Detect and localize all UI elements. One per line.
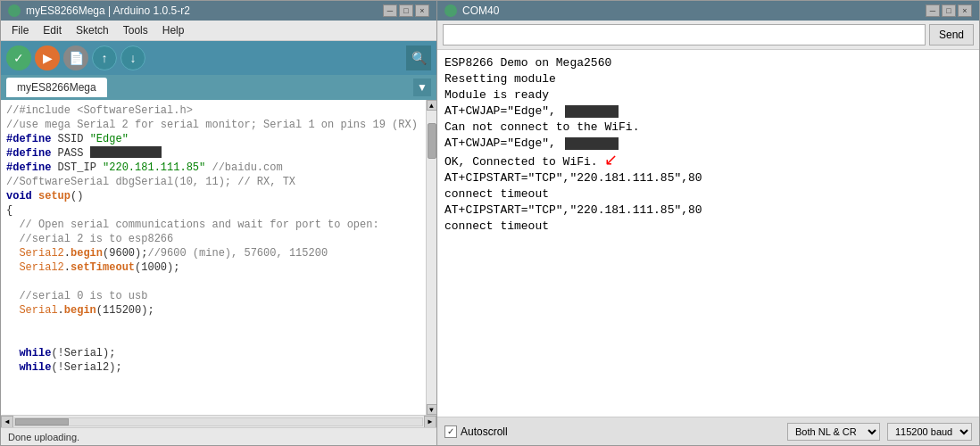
send-button[interactable]: Send — [929, 24, 974, 45]
code-line: Serial . begin (115200); — [1, 303, 426, 318]
scroll-thumb[interactable] — [15, 418, 69, 425]
line-ending-select[interactable]: Both NL & CR No line ending Newline Carr… — [787, 423, 880, 441]
code-line — [1, 332, 426, 346]
autoscroll-control: ✓ Autoscroll — [444, 425, 508, 438]
code-text: (!Serial2); — [51, 360, 121, 375]
search-button[interactable]: 🔍 — [406, 45, 431, 70]
code-line — [1, 318, 426, 332]
code-line: //SoftwareSerial dbgSerial(10, 11); // R… — [1, 175, 426, 189]
code-text: Serial — [6, 303, 58, 318]
menu-tools[interactable]: Tools — [116, 22, 155, 38]
serial-line: connect timeout — [444, 219, 972, 235]
scroll-up-arrow[interactable]: ▲ — [427, 100, 437, 111]
upload-button[interactable]: ▶ — [35, 45, 60, 70]
code-string: "Edge" — [90, 132, 129, 146]
code-text — [32, 189, 38, 203]
code-text: //serial 0 is to usb — [6, 289, 147, 303]
code-text — [6, 360, 19, 375]
new-button[interactable]: 📄 — [63, 45, 88, 70]
serial-icon — [444, 4, 457, 17]
code-line: void setup () — [1, 189, 426, 203]
arduino-close-button[interactable]: × — [415, 4, 429, 17]
menu-file[interactable]: File — [4, 22, 36, 38]
code-keyword: while — [19, 346, 51, 360]
code-text — [6, 275, 12, 289]
save-button[interactable]: ↓ — [120, 45, 145, 70]
scroll-right-arrow[interactable]: ▶ — [424, 416, 436, 428]
code-editor[interactable]: //#include <SoftwareSerial.h> //use mega… — [1, 100, 426, 415]
arduino-status-bar: Done uploading. — [1, 427, 436, 445]
scroll-track[interactable] — [14, 417, 423, 426]
code-comment: //9600 (mine), 57600, 115200 — [147, 246, 328, 260]
tab-dropdown-button[interactable]: ▼ — [413, 78, 431, 96]
arduino-win-controls: ─ □ × — [383, 4, 429, 17]
menu-edit[interactable]: Edit — [36, 22, 69, 38]
redacted-pass — [90, 146, 162, 158]
code-text: (115200); — [96, 303, 154, 318]
title-bar-left: myES8266Mega | Arduino 1.0.5-r2 — [8, 4, 190, 17]
arduino-title-bar: myES8266Mega | Arduino 1.0.5-r2 ─ □ × — [1, 1, 436, 21]
serial-line: Can not connect to the WiFi. — [444, 120, 972, 136]
serial-maximize-button[interactable]: □ — [942, 4, 956, 17]
serial-line: AT+CWJAP="Edge", — [444, 136, 972, 152]
menu-sketch[interactable]: Sketch — [69, 22, 116, 38]
serial-minimize-button[interactable]: ─ — [926, 4, 940, 17]
serial-line: ESP8266 Demo on Mega2560 — [444, 55, 972, 71]
menu-help[interactable]: Help — [155, 22, 192, 38]
baud-rate-select[interactable]: 115200 baud 300 baud 9600 baud 57600 bau… — [887, 423, 972, 441]
tab-myES8266Mega[interactable]: myES8266Mega — [6, 78, 107, 97]
serial-line: AT+CIPSTART="TCP","220.181.111.85",80 — [444, 170, 972, 186]
serial-line: connect timeout — [444, 186, 972, 202]
code-text: { — [6, 203, 12, 218]
code-text — [6, 318, 12, 332]
code-keyword: #define — [6, 132, 51, 146]
code-text: //serial 2 is to esp8266 — [6, 232, 173, 246]
serial-output-area: ESP8266 Demo on Mega2560 Resetting modul… — [437, 50, 979, 417]
vertical-scrollbar[interactable]: ▲ ▼ — [426, 100, 436, 415]
code-function: begin — [71, 246, 103, 260]
arduino-toolbar: ✓ ▶ 📄 ↑ ↓ 🔍 — [1, 41, 436, 75]
code-line: //serial 0 is to usb — [1, 289, 426, 303]
code-text: (1000); — [135, 260, 179, 275]
code-keyword: void — [6, 189, 32, 203]
autoscroll-label: Autoscroll — [461, 425, 508, 438]
code-text — [6, 332, 12, 346]
code-text — [6, 346, 19, 360]
code-line: while (!Serial2); — [1, 360, 426, 375]
arduino-minimize-button[interactable]: ─ — [383, 4, 397, 17]
code-line: #define DST_IP "220.181.111.85" //baidu.… — [1, 161, 426, 175]
redacted-block — [565, 137, 619, 150]
serial-close-button[interactable]: × — [958, 4, 972, 17]
code-line: while (!Serial); — [1, 346, 426, 360]
arduino-maximize-button[interactable]: □ — [399, 4, 413, 17]
serial-title-left: COM40 — [444, 4, 499, 17]
verify-button[interactable]: ✓ — [6, 45, 31, 70]
arduino-tab-bar: myES8266Mega ▼ — [1, 75, 436, 100]
code-text: () — [71, 189, 83, 203]
serial-line: AT+CIPSTART="TCP","220.181.111.85",80 — [444, 202, 972, 219]
code-line: Serial2 . setTimeout (1000); — [1, 260, 426, 275]
autoscroll-checkbox[interactable]: ✓ — [444, 425, 457, 438]
arduino-title: myES8266Mega | Arduino 1.0.5-r2 — [26, 4, 190, 17]
code-line: //#include <SoftwareSerial.h> — [1, 103, 426, 118]
code-function: begin — [64, 303, 96, 318]
code-keyword: #define — [6, 146, 51, 161]
open-button[interactable]: ↑ — [92, 45, 117, 70]
serial-bottom-bar: ✓ Autoscroll Both NL & CR No line ending… — [437, 417, 979, 445]
scroll-thumb[interactable] — [428, 123, 436, 159]
redacted-block — [565, 105, 619, 118]
code-text: //#include <SoftwareSerial.h> — [6, 103, 193, 118]
code-line: { — [1, 203, 426, 218]
arduino-menu-bar: File Edit Sketch Tools Help — [1, 21, 436, 41]
code-text: //SoftwareSerial dbgSerial(10, 11); // R… — [6, 175, 295, 189]
code-text: (9600); — [103, 246, 147, 260]
code-text: //use mega Serial 2 for serial monitor; … — [6, 118, 418, 132]
code-comment: //baidu.com — [205, 161, 282, 175]
serial-line: Module is ready — [444, 87, 972, 103]
serial-input-field[interactable] — [443, 24, 926, 45]
horizontal-scrollbar[interactable]: ◀ ▶ — [1, 415, 436, 427]
scroll-left-arrow[interactable]: ◀ — [1, 416, 13, 428]
serial-input-bar: Send — [437, 21, 979, 50]
scroll-down-arrow[interactable]: ▼ — [427, 404, 437, 415]
serial-win-controls: ─ □ × — [926, 4, 972, 17]
